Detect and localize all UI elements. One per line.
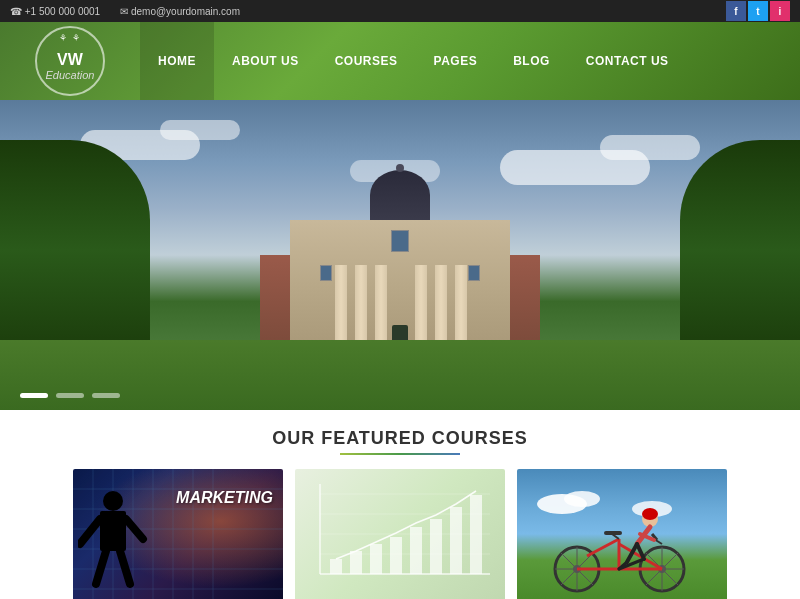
logo-wreath: ⚘ ⚘ <box>37 33 103 43</box>
svg-rect-30 <box>430 519 442 574</box>
svg-rect-25 <box>330 559 342 574</box>
dome-ball <box>396 164 404 172</box>
nav-courses[interactable]: COURSES <box>317 22 416 100</box>
svg-rect-29 <box>410 527 422 574</box>
email-address: demo@yourdomain.com <box>131 6 240 17</box>
facebook-button[interactable]: f <box>726 1 746 21</box>
courses-grid: MARKETING MASTER IN DIGITAL <box>10 469 790 599</box>
nav-pages[interactable]: PAGES <box>416 22 496 100</box>
pillar-1 <box>335 265 347 350</box>
svg-rect-26 <box>350 551 362 574</box>
phone-number: +1 500 000 0001 <box>25 6 100 17</box>
svg-rect-56 <box>604 531 622 535</box>
svg-line-18 <box>120 551 130 584</box>
svg-rect-14 <box>100 511 126 551</box>
tree-right <box>680 140 800 360</box>
course-card-marketing[interactable]: MARKETING MASTER IN DIGITAL <box>73 469 283 599</box>
hero-background <box>0 100 800 410</box>
svg-point-58 <box>642 508 658 520</box>
svg-rect-28 <box>390 537 402 574</box>
twitter-button[interactable]: t <box>748 1 768 21</box>
topbar-contacts: ☎ +1 500 000 0001 ✉ demo@yourdomain.com <box>10 6 240 17</box>
slider-dot-2[interactable] <box>56 393 84 398</box>
svg-line-50 <box>587 539 619 556</box>
financial-chart <box>305 479 495 589</box>
pillar-6 <box>455 265 467 350</box>
cyclist-svg <box>532 484 707 594</box>
course-image-sport <box>517 469 727 599</box>
svg-rect-31 <box>450 507 462 574</box>
building-main <box>290 220 510 350</box>
cloud-4 <box>600 135 700 160</box>
logo[interactable]: ⚘ ⚘ VW Education <box>20 26 120 96</box>
logo-circle: ⚘ ⚘ VW Education <box>35 26 105 96</box>
topbar: ☎ +1 500 000 0001 ✉ demo@yourdomain.com … <box>0 0 800 22</box>
pillar-5 <box>435 265 447 350</box>
phone-icon: ☎ <box>10 6 22 17</box>
phone-info: ☎ +1 500 000 0001 <box>10 6 100 17</box>
featured-underline <box>340 453 460 455</box>
slider-dot-3[interactable] <box>92 393 120 398</box>
hero-section <box>0 100 800 410</box>
pillar-4 <box>415 265 427 350</box>
building-window-top <box>391 230 409 252</box>
course-image-financial <box>295 469 505 599</box>
marketing-word: MARKETING <box>176 489 273 507</box>
course-image-marketing: MARKETING <box>73 469 283 599</box>
slider-dot-1[interactable] <box>20 393 48 398</box>
email-info: ✉ demo@yourdomain.com <box>120 6 240 17</box>
instagram-button[interactable]: i <box>770 1 790 21</box>
person-silhouette <box>78 489 148 599</box>
svg-point-34 <box>564 491 600 507</box>
building-dome <box>370 170 430 220</box>
email-icon: ✉ <box>120 6 128 17</box>
slider-dots <box>20 393 120 398</box>
building <box>260 170 540 350</box>
hero-grass <box>0 340 800 410</box>
svg-line-17 <box>96 551 106 584</box>
main-nav: HOME ABOUT US COURSES PAGES BLOG CONTACT… <box>140 22 687 100</box>
course-card-financial[interactable]: FINANCIAL ANALYST COURSES <box>295 469 505 599</box>
featured-section: OUR FEATURED COURSES <box>0 410 800 599</box>
logo-vw: VW <box>57 51 83 69</box>
course-card-sport[interactable]: SPORT EXERSICE SCIENCE <box>517 469 727 599</box>
svg-rect-27 <box>370 544 382 574</box>
building-window-left <box>320 265 332 281</box>
social-links: f t i <box>726 1 790 21</box>
cloud-2 <box>160 120 240 140</box>
svg-line-16 <box>126 519 143 539</box>
nav-contact[interactable]: CONTACT US <box>568 22 687 100</box>
pillar-3 <box>375 265 387 350</box>
tree-left <box>0 140 150 360</box>
nav-blog[interactable]: BLOG <box>495 22 568 100</box>
svg-line-15 <box>80 519 100 544</box>
featured-title: OUR FEATURED COURSES <box>10 428 790 449</box>
svg-point-13 <box>103 491 123 511</box>
logo-education: Education <box>46 69 95 81</box>
svg-rect-32 <box>470 495 482 574</box>
building-window-right <box>468 265 480 281</box>
pillar-2 <box>355 265 367 350</box>
nav-about[interactable]: ABOUT US <box>214 22 317 100</box>
nav-home[interactable]: HOME <box>140 22 214 100</box>
chart-container <box>305 479 495 589</box>
header: ⚘ ⚘ VW Education HOME ABOUT US COURSES P… <box>0 22 800 100</box>
